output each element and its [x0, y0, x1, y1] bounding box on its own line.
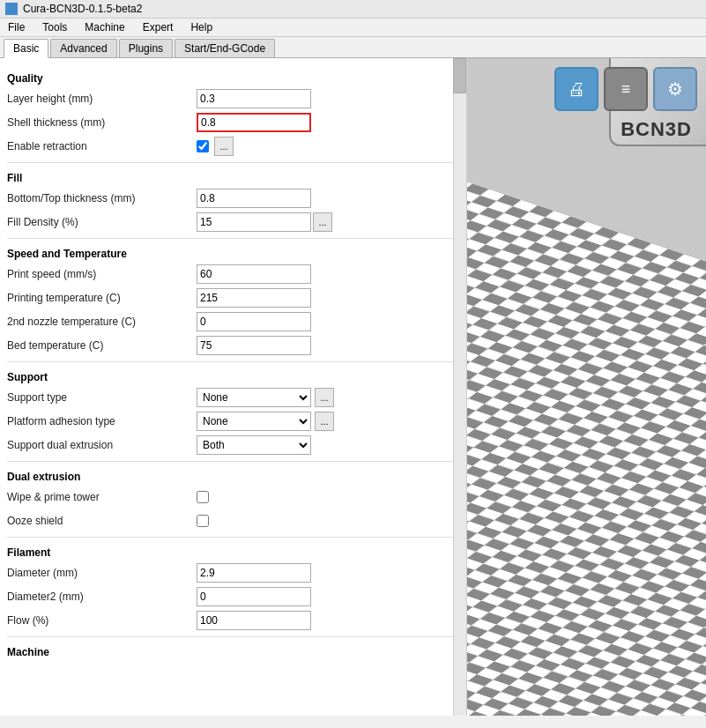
- menu-file[interactable]: File: [5, 20, 27, 34]
- support-type-dots-button[interactable]: ...: [315, 388, 334, 407]
- platform-adhesion-select[interactable]: None Brim Raft: [197, 412, 311, 431]
- svg-rect-4: [467, 173, 706, 716]
- diameter2-input[interactable]: [197, 587, 311, 606]
- toolbar-icons: 🖨 ≡ ⚙: [554, 67, 697, 111]
- menu-help[interactable]: Help: [188, 20, 215, 34]
- diameter-label: Diameter (mm): [7, 567, 197, 579]
- print-speed-input[interactable]: [197, 264, 311, 284]
- print-speed-label: Print speed (mm/s): [7, 268, 197, 280]
- support-type-select-wrapper: None Touching buildplate Everywhere ...: [197, 388, 334, 407]
- fill-density-input[interactable]: [197, 212, 311, 232]
- fill-section-header: Fill: [7, 172, 459, 184]
- bed-temp-row: Bed temperature (C): [7, 335, 459, 356]
- diameter-input[interactable]: [197, 563, 311, 583]
- print-speed-row: Print speed (mm/s): [7, 264, 459, 285]
- tab-bar: Basic Advanced Plugins Start/End-GCode: [0, 37, 706, 58]
- flow-row: Flow (%): [7, 610, 459, 631]
- bed-temp-input[interactable]: [197, 336, 311, 355]
- support-type-select[interactable]: None Touching buildplate Everywhere: [197, 388, 311, 407]
- platform-adhesion-dots-button[interactable]: ...: [315, 412, 334, 431]
- platform-adhesion-label: Platform adhesion type: [7, 415, 197, 427]
- shell-thickness-input[interactable]: [197, 113, 311, 132]
- wipe-prime-label: Wipe & prime tower: [7, 491, 197, 503]
- layers-icon-button[interactable]: ≡: [604, 67, 648, 111]
- tab-basic[interactable]: Basic: [4, 39, 48, 58]
- bottom-top-thickness-label: Bottom/Top thickness (mm): [7, 192, 197, 204]
- menu-machine[interactable]: Machine: [82, 20, 127, 34]
- layers-icon: ≡: [621, 80, 631, 99]
- enable-retraction-row: Enable retraction ...: [7, 136, 459, 157]
- shell-thickness-row: Shell thickness (mm): [7, 112, 459, 133]
- diameter2-row: Diameter2 (mm): [7, 586, 459, 607]
- scrollbar-track[interactable]: [453, 58, 466, 716]
- fill-density-label: Fill Density (%): [7, 216, 197, 228]
- 3d-view-panel: 🖨 ≡ ⚙ BCN3D: [467, 58, 706, 716]
- ooze-shield-checkbox[interactable]: [197, 515, 209, 527]
- ooze-shield-label: Ooze shield: [7, 515, 197, 527]
- flow-label: Flow (%): [7, 614, 197, 627]
- platform-adhesion-row: Platform adhesion type None Brim Raft ..…: [7, 411, 459, 432]
- enable-retraction-label: Enable retraction: [7, 140, 197, 152]
- bottom-top-thickness-input[interactable]: [197, 189, 311, 208]
- diameter2-label: Diameter2 (mm): [7, 591, 197, 603]
- tab-startend[interactable]: Start/End-GCode: [175, 39, 275, 57]
- layer-height-row: Layer height (mm): [7, 88, 459, 109]
- window-title: Cura-BCN3D-0.1.5-beta2: [23, 3, 142, 15]
- main-content: Quality Layer height (mm) Shell thicknes…: [0, 58, 706, 716]
- dual-extrusion-section-header: Dual extrusion: [7, 471, 459, 483]
- retraction-checkbox-area: ...: [197, 137, 234, 156]
- platform-adhesion-select-wrapper: None Brim Raft ...: [197, 412, 334, 431]
- print-icon-button[interactable]: 🖨: [554, 67, 598, 111]
- support-type-row: Support type None Touching buildplate Ev…: [7, 387, 459, 408]
- fill-density-row: Fill Density (%) ...: [7, 212, 459, 233]
- settings-icon-button[interactable]: ⚙: [653, 67, 697, 111]
- nozzle2-temp-input[interactable]: [197, 312, 311, 331]
- gear-icon: ⚙: [667, 78, 683, 100]
- print-temp-input[interactable]: [197, 288, 311, 308]
- fill-density-dots-button[interactable]: ...: [313, 212, 332, 232]
- support-dual-extrusion-row: Support dual extrusion Both First extrud…: [7, 435, 459, 456]
- menu-tools[interactable]: Tools: [40, 20, 70, 34]
- wipe-prime-tower-row: Wipe & prime tower: [7, 487, 459, 508]
- app-icon: [5, 3, 18, 15]
- tab-plugins[interactable]: Plugins: [119, 39, 173, 57]
- bottom-top-thickness-row: Bottom/Top thickness (mm): [7, 188, 459, 209]
- print-icon: 🖨: [568, 79, 585, 100]
- support-dual-extrusion-select[interactable]: Both First extruder Second extruder: [197, 435, 311, 455]
- speed-temp-section-header: Speed and Temperature: [7, 248, 459, 260]
- nozzle2-temp-row: 2nd nozzle temperature (C): [7, 311, 459, 332]
- support-section-header: Support: [7, 371, 459, 383]
- settings-panel: Quality Layer height (mm) Shell thicknes…: [0, 58, 467, 716]
- layer-height-input[interactable]: [197, 89, 311, 108]
- filament-section-header: Filament: [7, 546, 459, 559]
- flow-input[interactable]: [197, 611, 311, 630]
- enable-retraction-checkbox[interactable]: [197, 140, 209, 152]
- bed-temp-label: Bed temperature (C): [7, 339, 197, 352]
- tab-advanced[interactable]: Advanced: [50, 39, 116, 57]
- support-dual-select-wrapper: Both First extruder Second extruder: [197, 435, 311, 455]
- print-temp-row: Printing temperature (C): [7, 287, 459, 308]
- print-temp-label: Printing temperature (C): [7, 292, 197, 304]
- bcn3d-label: BCN3D: [621, 118, 692, 141]
- ooze-shield-row: Ooze shield: [7, 510, 459, 531]
- support-type-label: Support type: [7, 391, 197, 404]
- shell-thickness-label: Shell thickness (mm): [7, 116, 197, 129]
- menu-expert[interactable]: Expert: [140, 20, 176, 34]
- quality-section-header: Quality: [7, 72, 459, 85]
- wipe-prime-checkbox[interactable]: [197, 491, 209, 503]
- machine-section-header: Machine: [7, 646, 459, 658]
- retraction-dots-button[interactable]: ...: [214, 137, 234, 156]
- checkerboard-floor: [467, 173, 706, 716]
- scrollbar-thumb[interactable]: [453, 58, 466, 93]
- menu-bar: File Tools Machine Expert Help: [0, 19, 706, 37]
- nozzle2-temp-label: 2nd nozzle temperature (C): [7, 316, 197, 328]
- diameter-row: Diameter (mm): [7, 562, 459, 583]
- layer-height-label: Layer height (mm): [7, 93, 197, 105]
- title-bar: Cura-BCN3D-0.1.5-beta2: [0, 0, 706, 19]
- support-dual-extrusion-label: Support dual extrusion: [7, 439, 197, 451]
